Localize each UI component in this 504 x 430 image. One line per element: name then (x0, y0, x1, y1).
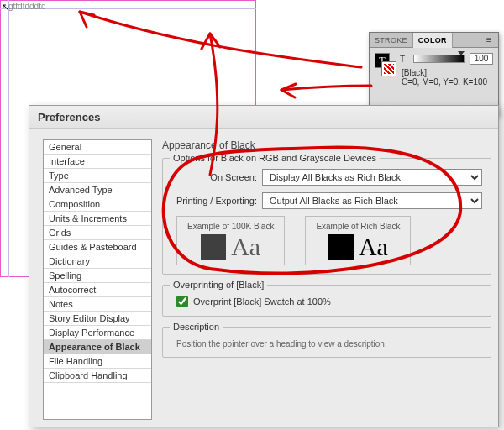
category-item[interactable]: Advanced Type (44, 183, 151, 197)
onscreen-label: On Screen: (171, 172, 262, 182)
category-item[interactable]: Grids (44, 226, 151, 240)
category-item[interactable]: General (44, 140, 151, 155)
example-rich-label: Example of Rich Black (316, 222, 400, 231)
category-item[interactable]: Notes (44, 297, 151, 312)
example-100k-black: Example of 100K Black Aa (176, 216, 285, 265)
category-item[interactable]: Units & Increments (44, 212, 151, 226)
group-description: Description Position the pointer over a … (162, 327, 491, 358)
category-item[interactable]: Spelling (44, 269, 151, 283)
swatch-breakdown: C=0, M=0, Y=0, K=100 (402, 77, 493, 87)
category-item[interactable]: Type (44, 169, 151, 183)
example-100k-label: Example of 100K Black (187, 222, 274, 231)
category-item[interactable]: Dictionary (44, 254, 151, 269)
panel-menu-icon[interactable]: ≡ (483, 35, 495, 45)
overprint-row[interactable]: Overprint [Black] Swatch at 100% (176, 296, 482, 307)
category-item[interactable]: Autocorrect (44, 283, 151, 297)
category-list[interactable]: GeneralInterfaceTypeAdvanced TypeComposi… (43, 139, 152, 420)
group-legend: Description (170, 322, 223, 332)
tint-label: T (400, 55, 408, 64)
slider-thumb-icon[interactable] (458, 51, 465, 55)
category-item[interactable]: Display Performance (44, 326, 151, 340)
document-sample-text: gtfdtdddtd (8, 2, 45, 11)
category-item[interactable]: Interface (44, 155, 151, 169)
group-overprint: Overprinting of [Black] Overprint [Black… (162, 285, 491, 317)
swatch-100k-icon (201, 234, 226, 260)
category-item[interactable]: File Handling (44, 354, 151, 369)
group-options-black: Options for Black on RGB and Grayscale D… (162, 158, 491, 275)
group-legend: Overprinting of [Black] (170, 280, 267, 290)
group-legend: Options for Black on RGB and Grayscale D… (170, 153, 380, 163)
onscreen-select[interactable]: Display All Blacks as Rich Black (262, 169, 482, 186)
category-item[interactable]: Story Editor Display (44, 312, 151, 326)
category-item[interactable]: Appearance of Black (44, 340, 151, 354)
stroke-swatch[interactable] (381, 61, 396, 76)
overprint-label: Overprint [Black] Swatch at 100% (193, 296, 331, 307)
panel-heading: Appearance of Black (162, 139, 491, 151)
color-panel[interactable]: STROKE COLOR ≡ T T 100 [Black] C=0, M=0,… (369, 32, 499, 116)
fill-stroke-proxy[interactable]: T (375, 53, 395, 76)
margin-guide (8, 0, 9, 277)
tab-color[interactable]: COLOR (412, 33, 453, 48)
tab-stroke[interactable]: STROKE (370, 33, 412, 48)
panel-appearance-of-black: Appearance of Black Options for Black on… (162, 139, 491, 420)
panel-tabs: STROKE COLOR ≡ (370, 33, 498, 48)
tint-slider[interactable] (413, 55, 465, 63)
dialog-title: Preferences (29, 106, 498, 129)
category-item[interactable]: Composition (44, 197, 151, 212)
tint-value-field[interactable]: 100 (470, 53, 493, 65)
overprint-checkbox[interactable] (176, 296, 188, 307)
preferences-dialog: Preferences GeneralInterfaceTypeAdvanced… (29, 105, 499, 427)
category-item[interactable]: Clipboard Handling (44, 369, 151, 383)
sample-text-100k: Aa (231, 234, 260, 260)
sample-text-rich: Aa (359, 234, 388, 260)
swatch-rich-icon (328, 234, 354, 260)
printing-label: Printing / Exporting: (171, 196, 262, 206)
description-text: Position the pointer over a heading to v… (176, 339, 482, 349)
example-rich-black: Example of Rich Black Aa (305, 216, 411, 265)
category-item[interactable]: Guides & Pasteboard (44, 240, 151, 254)
printing-select[interactable]: Output All Blacks as Rich Black (262, 192, 482, 209)
swatch-name: [Black] (402, 68, 493, 77)
